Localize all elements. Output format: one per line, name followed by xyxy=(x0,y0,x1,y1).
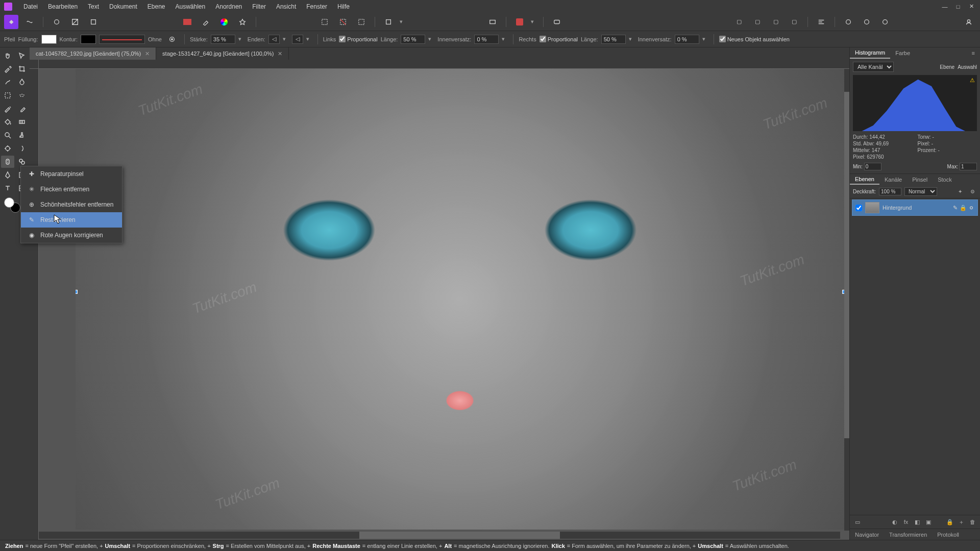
picker-icon[interactable] xyxy=(199,15,213,29)
selection-handle-left[interactable] xyxy=(76,290,78,294)
selection-a-icon[interactable] xyxy=(317,15,332,29)
length-left-input[interactable] xyxy=(401,35,425,44)
flyout-schoenheitsfehler[interactable]: ⊕Schönheitsfehler entfernen xyxy=(21,197,122,212)
flyout-reparaturpinsel[interactable]: ✚Reparaturpinsel xyxy=(21,166,122,182)
end-style-left[interactable]: ◁ xyxy=(268,35,280,44)
tab-histogramm[interactable]: Histogramm xyxy=(850,47,890,59)
layer-visibility-check[interactable] xyxy=(855,205,862,211)
inset-left-input[interactable] xyxy=(474,35,499,44)
snap-icon[interactable] xyxy=(512,15,527,29)
snap-dropdown-icon[interactable]: ▾ xyxy=(531,18,537,25)
persona-liquify-icon[interactable] xyxy=(22,15,37,29)
proportional-right-check[interactable]: Proportional xyxy=(540,36,578,42)
text-tool-icon[interactable] xyxy=(1,182,14,194)
menu-text[interactable]: Text xyxy=(83,3,104,10)
pen-tool-icon[interactable] xyxy=(1,169,14,181)
layer-thumbnail[interactable] xyxy=(865,202,879,213)
freehand-select-icon[interactable] xyxy=(15,89,29,102)
ruler-horizontal[interactable] xyxy=(39,60,849,69)
layer-delete-icon[interactable]: 🗑 xyxy=(968,517,977,527)
layer-lock-icon[interactable]: 🔒 xyxy=(960,205,967,211)
window-close-icon[interactable]: ✕ xyxy=(967,2,976,11)
canvas[interactable]: TutKit.com TutKit.com TutKit.com TutKit.… xyxy=(30,60,849,540)
erase-icon[interactable] xyxy=(15,103,29,115)
tab-transformieren[interactable]: Transformieren xyxy=(884,529,932,540)
move-tool-icon[interactable] xyxy=(15,49,29,62)
selection-b-icon[interactable] xyxy=(336,15,350,29)
develop-icon[interactable] xyxy=(50,15,64,29)
end-right-dd-icon[interactable]: ▾ xyxy=(306,36,312,42)
layer-name[interactable]: Hintergrund xyxy=(883,205,912,211)
stamp-tool-icon[interactable] xyxy=(15,129,29,141)
zoom-tool-icon[interactable] xyxy=(1,129,14,141)
histogram-channel-select[interactable]: Alle Kanäle xyxy=(853,62,894,72)
swatch-fg-icon[interactable] xyxy=(180,15,194,29)
arrange-d-icon[interactable]: ▢ xyxy=(787,15,801,29)
window-maximize-icon[interactable]: □ xyxy=(953,2,963,11)
document-tab-2[interactable]: stage-1531427_640.jpg [Geändert] (100,0%… xyxy=(156,47,289,60)
layer-row[interactable]: Hintergrund ✎ 🔒 ⭘ xyxy=(852,199,978,216)
hist-min-input[interactable] xyxy=(864,163,881,170)
histogram-btn-auswahl[interactable]: Auswahl xyxy=(958,64,977,70)
end-style-right[interactable]: ◁ xyxy=(292,35,303,44)
tab-stock[interactable]: Stock xyxy=(933,174,957,185)
menu-ansicht[interactable]: Ansicht xyxy=(271,3,301,10)
dodge-tool-icon[interactable] xyxy=(1,142,14,155)
length-left-dd-icon[interactable]: ▾ xyxy=(428,36,434,42)
menu-ebene[interactable]: Ebene xyxy=(142,3,170,10)
image-viewport[interactable]: TutKit.com TutKit.com TutKit.com TutKit.… xyxy=(76,69,844,530)
layer-tag-icon[interactable]: ◧ xyxy=(913,517,922,527)
flyout-rote-augen[interactable]: ◉Rote Augen korrigieren xyxy=(21,228,122,243)
healing-tool-icon[interactable] xyxy=(1,156,14,168)
inset-right-dd-icon[interactable]: ▾ xyxy=(702,36,708,42)
preview-icon[interactable] xyxy=(550,15,564,29)
inset-left-dd-icon[interactable]: ▾ xyxy=(502,36,508,42)
ruler-vertical[interactable] xyxy=(30,69,39,540)
layer-add-icon[interactable]: ＋ xyxy=(957,517,966,527)
layer-mask-icon[interactable]: ▭ xyxy=(853,517,862,527)
tab-pinsel[interactable]: Pinsel xyxy=(907,174,933,185)
horizontal-scrollbar[interactable] xyxy=(39,532,840,539)
layer-settings-icon[interactable]: ⚙ xyxy=(968,187,977,196)
strength-input[interactable] xyxy=(211,35,235,44)
export-persona-icon[interactable] xyxy=(86,15,101,29)
auto-color-icon[interactable] xyxy=(235,15,250,29)
layer-edit-icon[interactable]: ✎ xyxy=(953,205,958,211)
hand-tool-icon[interactable] xyxy=(1,49,14,62)
foreground-color-swatch[interactable] xyxy=(4,197,14,208)
document-tab-1-close-icon[interactable]: ✕ xyxy=(145,51,150,57)
quickmask-dropdown-icon[interactable]: ▾ xyxy=(400,18,406,25)
color-picker-tool-icon[interactable] xyxy=(1,63,14,75)
histogram-warning-icon[interactable]: ⚠ xyxy=(970,77,975,84)
opacity-input[interactable] xyxy=(879,188,901,195)
persona-photo-icon[interactable]: ◆ xyxy=(4,15,18,29)
length-right-dd-icon[interactable]: ▾ xyxy=(629,36,635,42)
menu-hilfe[interactable]: Hilfe xyxy=(332,3,355,10)
new-object-check[interactable]: Neues Objekt auswählen xyxy=(719,36,790,42)
arrange-a-icon[interactable]: ▢ xyxy=(732,15,746,29)
flyout-flecken-entfernen[interactable]: ✳Flecken entfernen xyxy=(21,182,122,197)
quickmask-icon[interactable] xyxy=(381,15,396,29)
menu-anordnen[interactable]: Anordnen xyxy=(210,3,247,10)
histogram-btn-ebene[interactable]: Ebene xyxy=(940,64,954,70)
fill-swatch[interactable] xyxy=(41,35,57,44)
flyout-restaurieren[interactable]: ✎Restaurieren xyxy=(21,212,122,228)
tab-navigator[interactable]: Navigator xyxy=(850,529,884,540)
crop-tool-icon[interactable] xyxy=(15,63,29,75)
vertical-scrollbar[interactable] xyxy=(844,69,849,531)
tab-kanaele[interactable]: Kanäle xyxy=(879,174,907,185)
menu-fenster[interactable]: Fenster xyxy=(301,3,332,10)
horizontal-scrollbar-thumb[interactable] xyxy=(359,532,560,539)
selection-c-icon[interactable] xyxy=(354,15,369,29)
align-icon[interactable] xyxy=(814,15,828,29)
strength-dropdown-icon[interactable]: ▾ xyxy=(238,36,244,42)
arrange-b-icon[interactable]: ▢ xyxy=(750,15,765,29)
account-icon[interactable] xyxy=(962,15,976,29)
stroke-swatch[interactable] xyxy=(81,35,96,44)
menu-dokument[interactable]: Dokument xyxy=(104,3,142,10)
layer-group-icon[interactable]: ▣ xyxy=(924,517,933,527)
color-wheel-icon[interactable] xyxy=(217,15,231,29)
blend-mode-select[interactable]: Normal xyxy=(904,187,937,196)
length-right-input[interactable] xyxy=(601,35,626,44)
sync-c-icon[interactable] xyxy=(878,15,892,29)
